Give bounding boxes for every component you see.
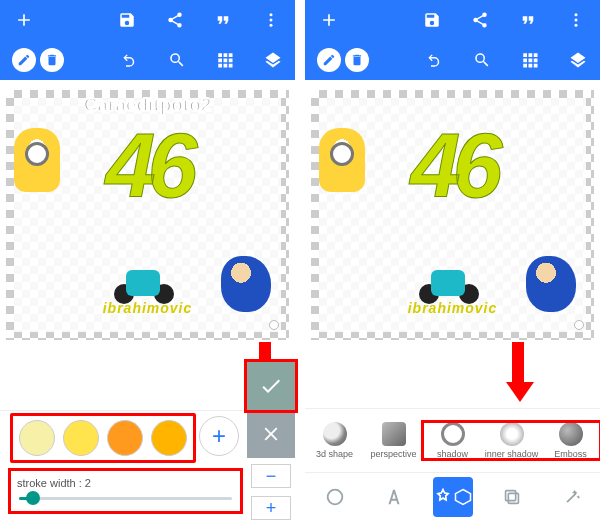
- tool-fx[interactable]: [433, 477, 473, 517]
- svg-marker-8: [446, 489, 459, 501]
- effect-label: inner shadow: [485, 449, 539, 459]
- minion-graphic: [319, 128, 365, 192]
- panel-right: 46 ibrahimovic 3d shapeperspectiveshadow…: [305, 0, 600, 520]
- zoom-icon[interactable]: [472, 50, 492, 70]
- resize-handle[interactable]: [574, 320, 584, 330]
- sonic-graphic: [221, 256, 271, 312]
- grid-icon[interactable]: [520, 50, 540, 70]
- annotation-arrow-icon: [506, 342, 530, 402]
- tool-copy[interactable]: [492, 477, 532, 517]
- canvas-area[interactable]: Caraeditpoto2 46 ibrahimovic: [6, 90, 289, 340]
- artwork-layer[interactable]: Caraeditpoto2 46 ibrahimovic: [14, 98, 281, 332]
- save-icon[interactable]: [117, 10, 137, 30]
- second-toolbar: [305, 40, 600, 80]
- tool-text[interactable]: [374, 477, 414, 517]
- stroke-slider[interactable]: [19, 497, 232, 500]
- add-icon[interactable]: [319, 10, 339, 30]
- artwork-number: 46: [105, 126, 189, 207]
- artwork-number: 46: [410, 126, 494, 207]
- add-color-button[interactable]: +: [199, 416, 239, 456]
- rider-graphic: [419, 254, 479, 304]
- svg-point-3: [575, 13, 578, 16]
- zoom-icon[interactable]: [167, 50, 187, 70]
- svg-point-5: [575, 24, 578, 27]
- effect-label: 3d shape: [316, 449, 353, 459]
- tool-color[interactable]: [315, 477, 355, 517]
- second-toolbar: [0, 40, 295, 80]
- effect-icon: [323, 422, 347, 446]
- svg-rect-10: [508, 493, 518, 503]
- effect-inner-shadow[interactable]: inner shadow: [482, 422, 541, 459]
- svg-point-4: [575, 19, 578, 22]
- resize-handle[interactable]: [269, 320, 279, 330]
- effect-label: perspective: [370, 449, 416, 459]
- svg-rect-11: [505, 490, 515, 500]
- stroke-width-row: stroke width : 2 − +: [0, 464, 295, 520]
- artwork-caption: ibrahimovic: [408, 300, 498, 316]
- artwork-caption: ibrahimovic: [103, 300, 193, 316]
- rider-graphic: [114, 254, 174, 304]
- sonic-graphic: [526, 256, 576, 312]
- delete-icon[interactable]: [345, 48, 369, 72]
- effect-icon: [441, 422, 465, 446]
- confirm-button[interactable]: [247, 362, 295, 410]
- share-icon[interactable]: [165, 10, 185, 30]
- cancel-button[interactable]: [247, 410, 295, 458]
- effect-perspective[interactable]: perspective: [364, 422, 423, 459]
- effect-icon: [382, 422, 406, 446]
- more-icon[interactable]: [261, 10, 281, 30]
- share-icon[interactable]: [470, 10, 490, 30]
- effect-3d-shape[interactable]: 3d shape: [305, 422, 364, 459]
- svg-point-0: [270, 13, 273, 16]
- color-swatch[interactable]: [19, 420, 55, 456]
- delete-icon[interactable]: [40, 48, 64, 72]
- top-toolbar: [305, 0, 600, 40]
- effect-icon: [500, 422, 524, 446]
- more-icon[interactable]: [566, 10, 586, 30]
- color-swatch[interactable]: [151, 420, 187, 456]
- svg-point-6: [327, 489, 342, 504]
- effect-label: shadow: [437, 449, 468, 459]
- save-icon[interactable]: [422, 10, 442, 30]
- tool-strip: [305, 472, 600, 520]
- minion-graphic: [14, 128, 60, 192]
- svg-point-2: [270, 24, 273, 27]
- undo-icon[interactable]: [424, 50, 444, 70]
- quote-icon[interactable]: [213, 10, 233, 30]
- panel-left: Caraeditpoto2 46 ibrahimovic: [0, 0, 295, 520]
- color-swatch[interactable]: [63, 420, 99, 456]
- color-swatch[interactable]: [107, 420, 143, 456]
- add-icon[interactable]: [14, 10, 34, 30]
- stroke-minus-button[interactable]: −: [251, 464, 291, 488]
- stroke-width-label: stroke width : 2: [17, 477, 91, 489]
- layers-icon[interactable]: [263, 50, 283, 70]
- quote-icon[interactable]: [518, 10, 538, 30]
- undo-icon[interactable]: [119, 50, 139, 70]
- effect-Emboss[interactable]: Emboss: [541, 422, 600, 459]
- effects-row: 3d shapeperspectiveshadowinner shadowEmb…: [305, 408, 600, 472]
- edit-icon[interactable]: [317, 48, 341, 72]
- watermark-text: Caraeditpoto2: [84, 94, 212, 116]
- layers-icon[interactable]: [568, 50, 588, 70]
- effect-icon: [559, 422, 583, 446]
- artwork-layer[interactable]: 46 ibrahimovic: [319, 98, 586, 332]
- grid-icon[interactable]: [215, 50, 235, 70]
- canvas-area[interactable]: 46 ibrahimovic: [311, 90, 594, 340]
- tool-magic[interactable]: [551, 477, 591, 517]
- effect-shadow[interactable]: shadow: [423, 422, 482, 459]
- edit-icon[interactable]: [12, 48, 36, 72]
- svg-point-1: [270, 19, 273, 22]
- effect-label: Emboss: [554, 449, 587, 459]
- stroke-plus-button[interactable]: +: [251, 496, 291, 520]
- top-toolbar: [0, 0, 295, 40]
